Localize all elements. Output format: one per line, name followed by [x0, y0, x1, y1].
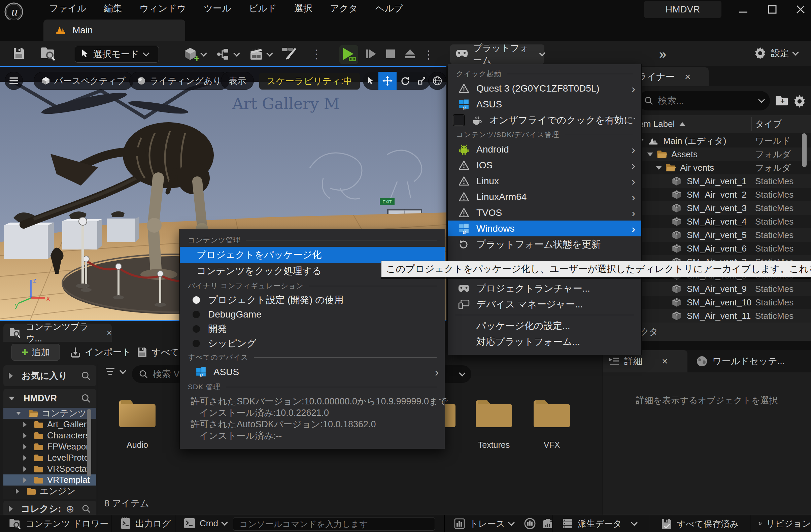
output-log-button[interactable]: 出力ログ [120, 518, 171, 530]
viewport-lighting-dropdown[interactable]: ライティングあり [129, 72, 229, 90]
menu-item-android[interactable]: Android› [448, 141, 641, 157]
tree-item-engine[interactable]: エンジン [3, 486, 96, 497]
outliner-row-mesh[interactable]: SM_Air_vent_10StaticMes [633, 295, 811, 309]
tree-item-selected[interactable]: VRTemplat [3, 474, 96, 486]
menu-item-refresh-platform-status[interactable]: プラットフォーム状態を更新 [448, 237, 641, 252]
revision-control-button[interactable]: リビジョン [758, 518, 811, 530]
menu-build[interactable]: ビルド [249, 2, 277, 14]
search-icon[interactable] [81, 393, 91, 404]
viewport-options-button[interactable] [5, 72, 23, 90]
close-icon[interactable]: × [662, 355, 668, 367]
console-command-field[interactable] [233, 517, 435, 531]
toolbar-expand-icon[interactable]: » [659, 47, 666, 62]
world-coordinate-button[interactable] [428, 72, 446, 90]
outliner-row-mesh[interactable]: SM_Air_vent_3StaticMes [633, 201, 811, 215]
all-saved-button[interactable]: すべて保存済み [660, 518, 739, 530]
skip-frame-button[interactable] [364, 47, 378, 62]
outliner-row-mesh[interactable]: SM_Air_vent_4StaticMes [633, 215, 811, 228]
maximize-button[interactable] [765, 3, 780, 16]
menu-item-linux[interactable]: Linux› [448, 173, 641, 189]
menu-window[interactable]: ウィンドウ [140, 2, 186, 14]
outliner-column-headers[interactable]: tem Label タイプ [633, 115, 811, 133]
tree-item-content[interactable]: コンテンツ [3, 408, 96, 419]
menu-tools[interactable]: ツール [204, 2, 231, 14]
search-icon[interactable] [81, 371, 91, 381]
platforms-dropdown-button[interactable]: プラットフォーム [450, 44, 545, 64]
trace-dropdown[interactable]: トレース [454, 518, 553, 530]
outliner-row-mesh[interactable]: SM_Air_vent_5StaticMes [633, 228, 811, 242]
menu-edit[interactable]: 編集 [104, 2, 122, 14]
tree-item[interactable]: LevelProto [3, 452, 96, 463]
scalability-warning-button[interactable]: スケーラビリティ:中 [259, 73, 360, 90]
content-browser-tab[interactable]: コンテンツブラウ... × [3, 323, 112, 342]
close-button[interactable] [793, 3, 808, 16]
menu-file[interactable]: ファイル [49, 2, 87, 14]
eject-button[interactable] [403, 47, 417, 62]
collections-section[interactable]: コレクシ: ⊕ [3, 501, 96, 517]
close-icon[interactable]: × [685, 71, 691, 82]
rotate-tool-button[interactable] [397, 72, 413, 90]
viewport-show-dropdown[interactable]: 表示 [221, 72, 254, 90]
menu-item-windows[interactable]: u Windows› [448, 221, 641, 237]
menu-item-config-development[interactable]: 開発 [180, 322, 445, 336]
viewport-perspective-dropdown[interactable]: パースペクティブ [34, 72, 133, 90]
caret-down-icon[interactable] [656, 166, 662, 170]
select-tool-button[interactable] [363, 72, 378, 90]
outliner-row-mesh[interactable]: SM_Air_vent_1StaticMes [633, 174, 811, 188]
menu-item-ios[interactable]: IOS› [448, 157, 641, 173]
menu-item-config-debuggame[interactable]: DebugGame [180, 307, 445, 322]
menu-item-tvos[interactable]: TVOS› [448, 205, 641, 221]
project-root-section[interactable]: HMDVR [3, 389, 96, 408]
stop-button[interactable] [384, 47, 397, 62]
derived-data-dropdown[interactable]: 派生データ [562, 518, 637, 530]
add-folder-icon[interactable]: + [774, 94, 789, 108]
browse-content-button[interactable] [40, 46, 56, 63]
asset-folder-vfx[interactable]: VFX [531, 394, 573, 450]
menu-select[interactable]: 選択 [294, 2, 312, 14]
tree-item[interactable]: FPWeapon [3, 441, 96, 452]
menu-item-quest3[interactable]: Quest 3 (2G0YC1ZF8T0D5L)› [448, 80, 641, 96]
outliner-row-folder[interactable]: Assetsフォルダ [633, 148, 811, 161]
minimize-button[interactable] [736, 3, 751, 16]
menu-item-device-manager[interactable]: デバイス マネージャー... [448, 296, 641, 312]
add-actor-button[interactable]: + [182, 46, 206, 63]
world-settings-tab[interactable]: ワールドセッテ... [691, 350, 785, 373]
filter-button[interactable] [105, 367, 125, 377]
close-icon[interactable]: × [107, 328, 112, 338]
menu-item-packaging-settings[interactable]: パッケージ化の設定... [448, 318, 641, 334]
menu-item-project-launcher[interactable]: プロジェクトランチャー... [448, 280, 641, 296]
add-collection-icon[interactable]: ⊕ [66, 503, 74, 515]
play-options-icon[interactable]: ⋮ [423, 48, 434, 61]
menu-actor[interactable]: アクタ [330, 2, 358, 14]
outliner-settings-gear-icon[interactable] [793, 94, 807, 109]
menu-item-config-shipping[interactable]: シッピング [180, 336, 445, 350]
tree-item[interactable]: Art_Gallery [3, 419, 96, 430]
tree-item[interactable]: Characters [3, 430, 96, 441]
cmd-dropdown[interactable]: Cmd [183, 518, 227, 529]
select-mode-dropdown[interactable]: 選択モード [75, 46, 159, 63]
outliner-row-mesh[interactable]: SM_Air_vent_11StaticMes [633, 309, 811, 322]
menu-item-asus-quick[interactable]: u ASUS [448, 96, 641, 112]
cinematics-button[interactable] [248, 47, 272, 62]
outliner-row-mesh[interactable]: SM_Air_vent_6StaticMes [633, 242, 811, 255]
add-button[interactable]: + 追加 [12, 344, 60, 361]
menu-item-cook-on-the-fly[interactable]: オンザフライでのクックを有効にする [448, 112, 641, 128]
menu-item-supported-platforms[interactable]: 対応プラットフォーム... [448, 334, 641, 350]
outliner-search[interactable] [638, 91, 770, 110]
asset-folder-textures[interactable]: Textures [473, 394, 515, 450]
level-tab-main[interactable]: Main [43, 19, 185, 41]
settings-dropdown[interactable]: 設定 [753, 46, 798, 61]
menu-item-device-asus[interactable]: u ASUS › [180, 364, 445, 380]
move-tool-button[interactable] [378, 72, 397, 90]
outliner-search-input[interactable] [657, 95, 746, 106]
outliner-row-mesh[interactable]: SM_Air_vent_9StaticMes [633, 282, 811, 295]
blueprints-button[interactable] [215, 47, 239, 62]
import-button[interactable]: インポート [70, 344, 131, 361]
play-in-vr-button[interactable] [339, 45, 358, 64]
outliner-row-main[interactable]: Main (エディタ)ワールド [633, 134, 811, 148]
outliner-row-mesh[interactable]: SM_Air_vent_2StaticMes [633, 188, 811, 201]
tree-scrollbar[interactable] [87, 409, 91, 476]
asset-folder-audio[interactable]: Audio [117, 394, 158, 450]
caret-down-icon[interactable] [647, 153, 653, 156]
outliner-scrollbar[interactable] [802, 133, 807, 167]
